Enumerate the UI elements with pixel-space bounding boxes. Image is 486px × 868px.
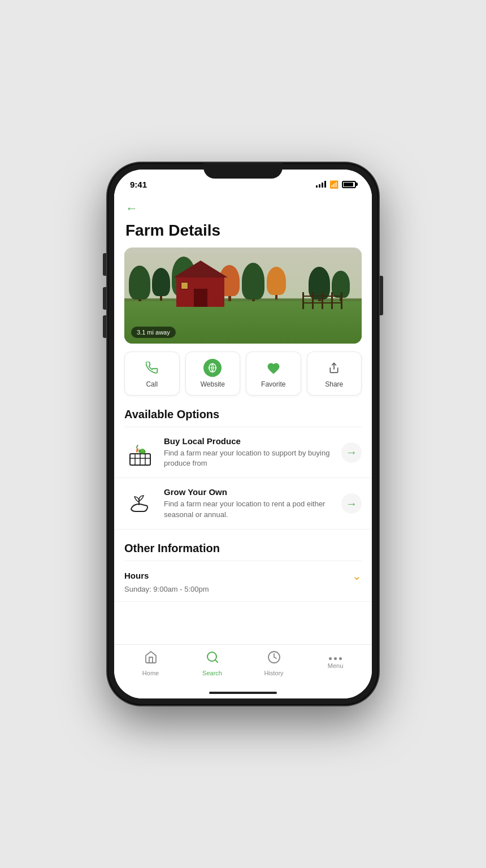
favorite-button[interactable]: Favorite [246, 351, 301, 396]
search-nav-label: Search [202, 670, 222, 676]
buy-local-text: Buy Local Produce Find a farm near your … [164, 436, 333, 468]
arrow-right-icon: → [346, 446, 357, 459]
page-title: Farm Details [125, 222, 361, 240]
call-label: Call [146, 380, 158, 388]
call-button[interactable]: Call [124, 351, 180, 396]
chevron-down-icon: ⌄ [352, 569, 362, 583]
nav-home[interactable]: Home [120, 650, 181, 676]
other-information-section: Other Information Hours ⌄ Sunday: 9:00am… [114, 530, 372, 602]
home-icon [144, 650, 158, 667]
farm-image: 3.1 mi away [124, 248, 362, 344]
share-icon [325, 359, 343, 377]
grow-own-desc: Find a farm near your location to rent a… [164, 499, 333, 519]
history-nav-label: History [264, 670, 283, 676]
farm-image-container: 3.1 mi away [124, 248, 362, 344]
status-time: 9:41 [130, 180, 147, 189]
favorite-label: Favorite [261, 380, 285, 388]
nav-search[interactable]: Search [181, 650, 243, 676]
back-arrow-icon: ← [125, 201, 138, 216]
produce-icon-wrap [124, 437, 156, 468]
nav-menu[interactable]: Menu [305, 657, 366, 669]
grow-own-title: Grow Your Own [164, 487, 333, 497]
website-label: Website [201, 380, 225, 388]
home-indicator [114, 687, 372, 698]
barn [176, 261, 224, 307]
share-button[interactable]: Share [307, 351, 362, 396]
wifi-icon: 📶 [329, 180, 339, 189]
other-information-title: Other Information [114, 537, 372, 561]
back-button[interactable]: ← [125, 199, 138, 218]
distance-badge: 3.1 mi away [131, 327, 176, 338]
search-icon [206, 650, 219, 667]
favorite-icon [264, 359, 283, 377]
buy-local-desc: Find a farm near your location to suppor… [164, 448, 333, 468]
svg-point-7 [141, 449, 145, 452]
hours-header: Hours ⌄ [124, 569, 362, 583]
share-label: Share [325, 380, 343, 388]
header: ← Farm Details [114, 194, 372, 248]
hours-row[interactable]: Hours ⌄ Sunday: 9:00am - 5:00pm [114, 561, 372, 602]
svg-line-10 [215, 659, 217, 662]
home-nav-label: Home [142, 670, 159, 676]
main-content: ← Farm Details [114, 194, 372, 644]
tree-cluster-center [219, 263, 286, 305]
buy-local-title: Buy Local Produce [164, 436, 333, 446]
grow-own-arrow[interactable]: → [341, 493, 362, 514]
buy-local-arrow[interactable]: → [341, 442, 362, 463]
available-options-title: Available Options [114, 403, 372, 427]
grow-own-option[interactable]: Grow Your Own Find a farm near your loca… [114, 478, 372, 529]
nav-history[interactable]: History [243, 650, 305, 676]
battery-icon [342, 181, 356, 188]
menu-icon [329, 657, 342, 660]
grow-plant-icon [125, 489, 155, 518]
action-buttons-row: Call Website [124, 351, 362, 396]
history-icon [267, 650, 281, 667]
grow-own-text: Grow Your Own Find a farm near your loca… [164, 487, 333, 519]
arrow-right-icon-2: → [346, 497, 357, 510]
produce-basket-icon [125, 438, 155, 467]
menu-nav-label: Menu [328, 662, 344, 669]
phone-device: 9:41 📶 ← Farm Details [107, 163, 379, 705]
website-icon [203, 359, 222, 377]
call-icon [143, 359, 161, 377]
hours-title: Hours [124, 571, 149, 580]
grow-icon-wrap [124, 488, 156, 519]
signal-icon [316, 181, 326, 188]
fence [302, 292, 342, 309]
bottom-navigation: Home Search History [114, 644, 372, 687]
website-button[interactable]: Website [185, 351, 241, 396]
home-bar [209, 692, 277, 694]
hours-content: Sunday: 9:00am - 5:00pm [124, 585, 362, 593]
status-icons: 📶 [316, 180, 356, 189]
phone-screen: 9:41 📶 ← Farm Details [114, 170, 372, 698]
phone-notch [203, 163, 283, 179]
buy-local-option[interactable]: Buy Local Produce Find a farm near your … [114, 427, 372, 478]
